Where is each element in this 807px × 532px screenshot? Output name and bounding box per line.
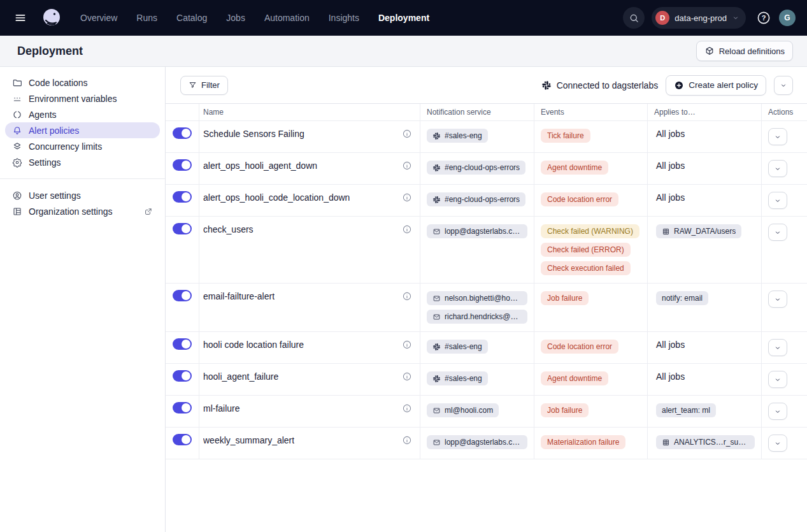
enable-toggle[interactable] [173,223,192,234]
nav-item-deployment[interactable]: Deployment [378,13,429,23]
nav-item-catalog[interactable]: Catalog [176,13,207,23]
sidebar-item-organization-settings[interactable]: Organization settings [5,203,160,219]
info-icon[interactable] [402,291,412,301]
enable-toggle[interactable] [173,338,192,350]
toolbar-right: Connected to dagsterlabs Create alert po… [541,75,793,96]
enable-toggle[interactable] [173,127,192,139]
email-icon [432,438,441,447]
reload-definitions-label: Reload definitions [719,47,785,56]
search-button[interactable] [623,7,645,29]
info-icon[interactable] [402,403,412,413]
name-cell: check_users [199,217,420,284]
info-icon[interactable] [402,192,412,203]
applies-to-label: RAW_DATA/users [674,227,736,236]
more-options-button[interactable] [774,76,793,95]
filter-button[interactable]: Filter [180,76,228,95]
actions-cell [762,284,807,332]
nav-item-overview[interactable]: Overview [80,13,117,23]
applies-to-text: All jobs [656,192,685,203]
reload-icon [704,46,715,56]
chevron-down-icon [774,376,782,384]
name-cell: hooli code location failure [199,332,420,364]
help-button[interactable]: ? [755,10,772,27]
sidebar-item-concurrency-limits[interactable]: Concurrency limits [5,138,160,154]
enable-toggle[interactable] [173,290,192,301]
info-icon[interactable] [402,371,412,382]
create-alert-policy-button[interactable]: Create alert policy [666,75,766,96]
nav-item-automation[interactable]: Automation [264,13,310,23]
enable-toggle[interactable] [173,191,192,203]
enable-toggle[interactable] [173,434,192,445]
events-cell: Job failure [534,284,648,332]
notification-label: lopp@dagsterlabs.com [445,438,522,447]
enable-toggle[interactable] [173,402,192,413]
policy-name: Schedule Sensors Failing [203,129,304,139]
user-icon [12,191,22,201]
sidebar-item-label: Concurrency limits [29,141,102,152]
policy-name: hooli_agent_failure [203,371,278,382]
info-icon[interactable] [402,161,412,171]
actions-cell [762,185,807,217]
chevron-down-icon [774,408,782,415]
policy-name: check_users [203,224,254,234]
nav-item-jobs[interactable]: Jobs [226,13,245,23]
chevron-down-icon [774,344,782,352]
sidebar-item-agents[interactable]: Agents [5,106,160,122]
header-notification-service: Notification service [420,104,534,121]
table-row: ml-failureml@hooli.comJob failurealert_t… [166,396,807,428]
notification-pill: lopp@dagsterlabs.com [427,224,527,238]
nav-item-insights[interactable]: Insights [329,13,359,23]
user-avatar[interactable]: G [779,10,796,26]
slack-icon [432,132,441,140]
info-icon[interactable] [402,435,412,445]
row-actions-button[interactable] [768,435,787,452]
actions-cell [762,396,807,428]
toggle-cell [166,284,199,332]
sidebar-item-alert-policies[interactable]: Alert policies [5,122,160,138]
policy-name: ml-failure [203,403,240,413]
dagster-logo-icon[interactable] [41,7,62,29]
enable-toggle[interactable] [173,159,192,171]
sidebar-item-label: User settings [29,191,81,201]
events-cell: Code location error [534,332,648,364]
reload-definitions-button[interactable]: Reload definitions [696,41,793,61]
sidebar-item-environment-variables[interactable]: Environment variables [5,90,160,106]
row-actions-button[interactable] [768,192,787,209]
row-actions-button[interactable] [768,371,787,388]
table-body: Schedule Sensors Failing#sales-engTick f… [166,121,807,459]
toggle-cell [166,153,199,185]
sidebar-item-settings[interactable]: Settings [5,154,160,170]
events-cell: Check failed (WARNING)Check failed (ERRO… [534,217,648,284]
org-switcher[interactable]: D data-eng-prod [652,7,746,29]
sidebar-item-code-locations[interactable]: Code locations [5,75,160,90]
notification-cell: #sales-eng [420,121,534,153]
sidebar-item-label: Alert policies [29,126,79,136]
row-actions-button[interactable] [768,403,787,420]
notification-label: ml@hooli.com [445,406,493,415]
enable-toggle[interactable] [173,370,192,382]
info-icon[interactable] [402,340,412,350]
row-actions-button[interactable] [768,128,787,145]
chevron-down-icon [732,14,739,22]
notification-label: #sales-eng [445,374,482,383]
event-pill: Check failed (WARNING) [541,224,639,238]
row-actions-button[interactable] [768,224,787,241]
search-icon [629,13,639,24]
event-label: Code location error [547,342,612,351]
info-icon[interactable] [402,129,412,139]
applies-to-text: All jobs [656,129,685,139]
row-actions-button[interactable] [768,339,787,356]
table-row: email-failture-alertnelson.bighetti@hool… [166,284,807,332]
chevron-down-icon [774,440,782,447]
menu-icon[interactable] [9,6,32,29]
sidebar-item-label: Code locations [29,78,88,88]
sidebar-item-user-settings[interactable]: User settings [5,187,160,203]
info-icon[interactable] [402,224,412,234]
event-label: Check execution failed [547,264,624,273]
row-actions-button[interactable] [768,160,787,177]
applies-to-pill: RAW_DATA/users [656,224,741,238]
sidebar-footer-nav: User settingsOrganization settings [0,187,165,219]
nav-item-runs[interactable]: Runs [136,13,157,23]
sidebar-item-label: Settings [29,157,61,168]
row-actions-button[interactable] [768,291,787,308]
